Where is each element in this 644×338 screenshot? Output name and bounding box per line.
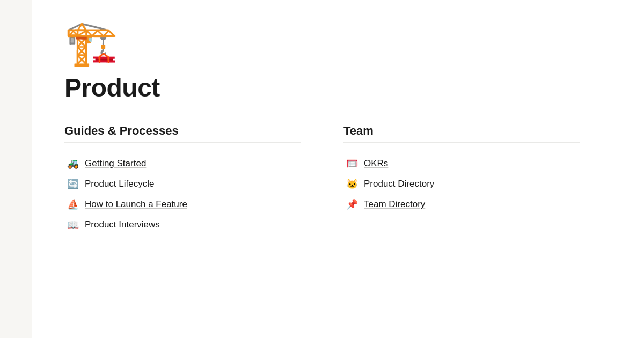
item-label: Getting Started xyxy=(85,158,146,169)
item-icon: 🥅 xyxy=(346,158,358,170)
list-item[interactable]: 🥅OKRs xyxy=(343,153,580,174)
list-item[interactable]: 🔄Product Lifecycle xyxy=(64,174,301,194)
list-item[interactable]: 🚜Getting Started xyxy=(64,153,301,174)
item-icon: 🔄 xyxy=(67,178,79,190)
section-title-guides: Guides & Processes xyxy=(64,124,301,138)
section-list-team: 🥅OKRs🐱Product Directory📌Team Directory xyxy=(343,153,580,215)
list-item[interactable]: 📌Team Directory xyxy=(343,194,580,215)
item-icon: 🐱 xyxy=(346,178,358,190)
page-title: Product xyxy=(64,73,612,102)
item-icon: 🚜 xyxy=(67,158,79,170)
item-icon: ⛵ xyxy=(67,199,79,210)
page-icon: 🏗️ xyxy=(64,21,612,64)
list-item[interactable]: ⛵How to Launch a Feature xyxy=(64,194,301,215)
item-label: OKRs xyxy=(364,158,388,169)
item-icon: 📖 xyxy=(67,219,79,231)
section-divider-guides xyxy=(64,142,301,143)
main-content: 🏗️ Product Guides & Processes🚜Getting St… xyxy=(32,0,644,338)
item-label: Product Interviews xyxy=(85,219,160,230)
section-guides: Guides & Processes🚜Getting Started🔄Produ… xyxy=(64,124,301,235)
section-divider-team xyxy=(343,142,580,143)
section-list-guides: 🚜Getting Started🔄Product Lifecycle⛵How t… xyxy=(64,153,301,235)
list-item[interactable]: 📖Product Interviews xyxy=(64,215,301,235)
sidebar xyxy=(0,0,32,338)
item-label: Team Directory xyxy=(364,199,425,210)
sections-container: Guides & Processes🚜Getting Started🔄Produ… xyxy=(64,124,612,235)
item-label: How to Launch a Feature xyxy=(85,199,187,210)
item-label: Product Directory xyxy=(364,179,434,189)
list-item[interactable]: 🐱Product Directory xyxy=(343,174,580,194)
item-icon: 📌 xyxy=(346,199,358,210)
section-team: Team🥅OKRs🐱Product Directory📌Team Directo… xyxy=(343,124,580,235)
item-label: Product Lifecycle xyxy=(85,179,154,189)
section-title-team: Team xyxy=(343,124,580,138)
